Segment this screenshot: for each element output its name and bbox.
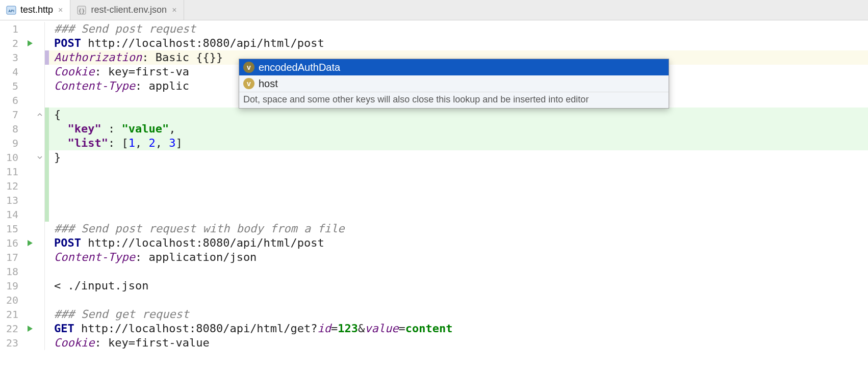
code-line: POST http://localhost:8080/api/html/post — [49, 236, 868, 250]
line-number: 17 — [0, 250, 25, 264]
line-number: 23 — [0, 336, 25, 350]
code-line — [49, 293, 868, 307]
run-gutter-icon[interactable] — [25, 239, 35, 247]
line-number: 10 — [0, 150, 25, 165]
code-line: Cookie: key=first-value — [49, 336, 868, 350]
fold-toggle-icon[interactable] — [35, 150, 45, 165]
vcs-stripe — [45, 22, 49, 36]
gutter: 1 2 3 4 5 6 7 8 9 10 11 12 13 14 15 16 1… — [0, 20, 49, 373]
svg-text:{}: {} — [79, 8, 85, 14]
vcs-stripe — [45, 50, 49, 65]
line-number: 22 — [0, 322, 25, 336]
http-file-icon: API — [6, 5, 16, 15]
tab-label: rest-client.env.json — [91, 5, 167, 15]
tab-label: test.http — [20, 5, 53, 15]
line-number: 13 — [0, 193, 25, 207]
code-line — [49, 264, 868, 279]
code-line: Content-Type: application/json — [49, 250, 868, 264]
line-number: 1 — [0, 22, 25, 36]
code-line — [49, 179, 868, 193]
code-line: < ./input.json — [49, 279, 868, 293]
svg-marker-6 — [28, 326, 33, 332]
line-number: 7 — [0, 108, 25, 122]
completion-label: encodedAuthData — [259, 62, 340, 73]
line-number: 15 — [0, 222, 25, 236]
code-area[interactable]: ### Send post request POST http://localh… — [49, 20, 868, 373]
line-number: 5 — [0, 79, 25, 93]
completion-item[interactable]: v host — [239, 75, 669, 92]
fold-toggle-icon[interactable] — [35, 108, 45, 122]
line-number: 11 — [0, 165, 25, 179]
code-line: POST http://localhost:8080/api/html/post — [49, 36, 868, 50]
code-line: ### Send post request with body from a f… — [49, 222, 868, 236]
completion-hint: Dot, space and some other keys will also… — [239, 92, 669, 108]
variable-icon: v — [243, 78, 254, 89]
code-line — [49, 165, 868, 179]
code-line — [49, 193, 868, 207]
code-line — [49, 207, 868, 222]
fold-col — [35, 50, 45, 65]
completion-label: host — [259, 78, 278, 90]
svg-text:API: API — [8, 9, 14, 13]
code-line: "key" : "value", — [49, 122, 868, 136]
line-number: 9 — [0, 136, 25, 150]
completion-popup: v encodedAuthData v host Dot, space and … — [239, 59, 669, 109]
close-icon[interactable]: × — [171, 6, 177, 15]
code-line: } — [49, 150, 868, 165]
line-number: 2 — [0, 36, 25, 50]
line-number: 8 — [0, 122, 25, 136]
vcs-stripe — [45, 36, 49, 50]
code-line: ### Send post request — [49, 22, 868, 36]
code-line: "list": [1, 2, 3] — [49, 136, 868, 150]
fold-col — [35, 22, 45, 36]
line-number: 14 — [0, 207, 25, 222]
code-line: GET http://localhost:8080/api/html/get?i… — [49, 322, 868, 336]
code-line: { — [49, 108, 868, 122]
line-number: 12 — [0, 179, 25, 193]
svg-marker-4 — [28, 40, 33, 46]
line-number: 16 — [0, 236, 25, 250]
line-number: 21 — [0, 307, 25, 322]
tab-test-http[interactable]: API test.http × — [0, 0, 70, 20]
line-number: 20 — [0, 293, 25, 307]
line-number: 18 — [0, 264, 25, 279]
tab-rest-client-env[interactable]: {} rest-client.env.json × — [70, 0, 184, 20]
variable-icon: v — [243, 62, 254, 73]
svg-marker-5 — [28, 240, 33, 246]
line-number: 19 — [0, 279, 25, 293]
editor: 1 2 3 4 5 6 7 8 9 10 11 12 13 14 15 16 1… — [0, 20, 868, 373]
json-file-icon: {} — [76, 5, 87, 15]
line-number: 6 — [0, 93, 25, 108]
run-gutter-icon[interactable] — [25, 40, 35, 47]
vcs-stripe — [45, 108, 49, 122]
close-icon[interactable]: × — [57, 6, 64, 15]
tab-bar: API test.http × {} rest-client.env.json … — [0, 0, 868, 20]
code-line: ### Send get request — [49, 307, 868, 322]
line-number: 3 — [0, 50, 25, 65]
completion-item[interactable]: v encodedAuthData — [239, 59, 669, 75]
line-number: 4 — [0, 65, 25, 79]
fold-col — [35, 36, 45, 50]
run-gutter-icon[interactable] — [25, 325, 35, 332]
